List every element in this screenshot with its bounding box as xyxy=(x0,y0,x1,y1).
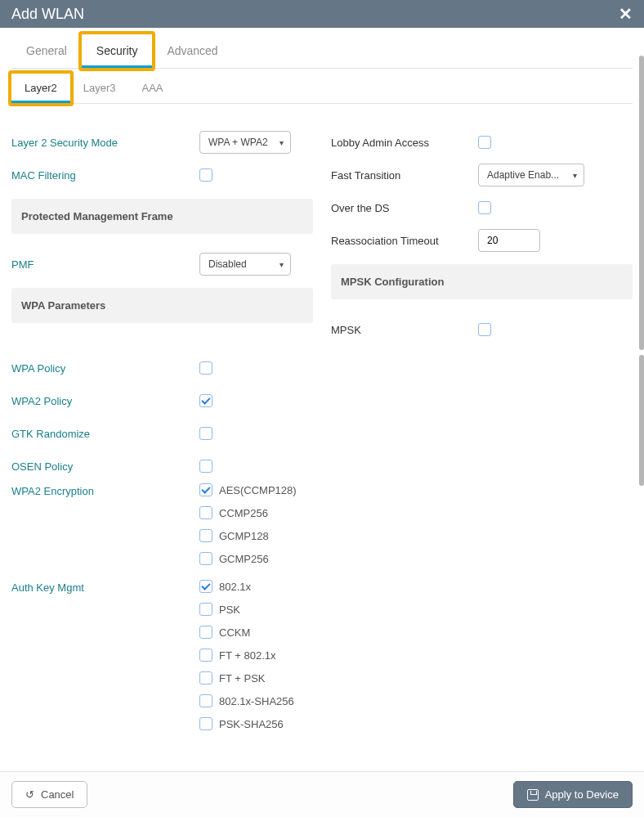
enc-option-label: AES(CCMP128) xyxy=(219,484,297,496)
pmf-section-header: Protected Management Frame xyxy=(11,199,313,234)
enc-option-label: CCMP256 xyxy=(219,507,268,519)
auth-option-label: PSK-SHA256 xyxy=(219,718,284,730)
scrollbar-thumb[interactable] xyxy=(639,355,644,486)
auth-psk-sha256-checkbox[interactable] xyxy=(199,717,212,730)
fast-transition-select[interactable]: Adaptive Enab... xyxy=(478,164,584,186)
main-tabs: General Security Advanced xyxy=(11,34,633,69)
mac-filtering-label: MAC Filtering xyxy=(11,169,199,182)
osen-policy-label: OSEN Policy xyxy=(11,460,199,473)
auth-key-mgmt-options: 802.1x PSK CCKM FT + 802.1x FT + PSK 802… xyxy=(199,580,294,740)
tab-advanced[interactable]: Advanced xyxy=(152,34,232,68)
auth-option-label: 802.1x xyxy=(219,581,251,593)
auth-option-label: FT + 802.1x xyxy=(219,649,276,662)
auth-8021x-checkbox[interactable] xyxy=(199,580,212,593)
tab-security[interactable]: Security xyxy=(82,34,153,68)
tab-general[interactable]: General xyxy=(11,34,82,68)
auth-key-mgmt-label: Auth Key Mgmt xyxy=(11,580,199,594)
enc-aes-ccmp128-checkbox[interactable] xyxy=(199,483,212,496)
wpa2-encryption-label: WPA2 Encryption xyxy=(11,483,199,497)
wpa2-encryption-options: AES(CCMP128) CCMP256 GCMP128 GCMP256 xyxy=(199,483,297,575)
auth-8021x-sha256-checkbox[interactable] xyxy=(199,694,212,707)
wpa-policy-checkbox[interactable] xyxy=(199,361,212,375)
footer: Cancel Apply to Device xyxy=(0,771,644,817)
window-title: Add WLAN xyxy=(11,6,84,23)
subtab-layer2[interactable]: Layer2 xyxy=(11,74,70,103)
close-icon[interactable]: ✕ xyxy=(619,4,633,24)
enc-ccmp256-checkbox[interactable] xyxy=(199,506,212,519)
titlebar: Add WLAN ✕ xyxy=(0,0,644,28)
gtk-randomize-checkbox[interactable] xyxy=(199,427,212,440)
pmf-select[interactable]: Disabled xyxy=(199,253,291,276)
apply-button-label: Apply to Device xyxy=(545,788,619,801)
save-icon xyxy=(527,789,539,801)
enc-gcmp256-checkbox[interactable] xyxy=(199,552,212,565)
enc-option-label: GCMP256 xyxy=(219,553,269,565)
cancel-button[interactable]: Cancel xyxy=(11,781,87,808)
undo-icon xyxy=(25,788,34,801)
wpa2-policy-label: WPA2 Policy xyxy=(11,395,199,407)
reassoc-timeout-label: Reassociation Timeout xyxy=(331,235,478,247)
mpsk-section-header: MPSK Configuration xyxy=(331,264,633,299)
auth-ft-psk-checkbox[interactable] xyxy=(199,671,212,685)
lobby-admin-label: Lobby Admin Access xyxy=(331,137,478,149)
gtk-randomize-label: GTK Randomize xyxy=(11,428,199,440)
auth-psk-checkbox[interactable] xyxy=(199,603,212,616)
apply-button[interactable]: Apply to Device xyxy=(513,781,633,808)
auth-option-label: PSK xyxy=(219,604,240,616)
auth-ft-8021x-checkbox[interactable] xyxy=(199,649,212,662)
l2-security-mode-select[interactable]: WPA + WPA2 xyxy=(199,131,291,154)
auth-cckm-checkbox[interactable] xyxy=(199,626,212,639)
l2-security-mode-label: Layer 2 Security Mode xyxy=(11,137,199,149)
fast-transition-label: Fast Transition xyxy=(331,169,478,182)
osen-policy-checkbox[interactable] xyxy=(199,460,212,473)
wpa2-policy-checkbox[interactable] xyxy=(199,394,212,407)
enc-option-label: GCMP128 xyxy=(219,530,269,542)
cancel-button-label: Cancel xyxy=(41,788,74,801)
lobby-admin-checkbox[interactable] xyxy=(478,136,491,149)
sub-tabs: Layer2 Layer3 AAA xyxy=(11,74,633,104)
subtab-aaa[interactable]: AAA xyxy=(129,74,177,103)
over-the-ds-checkbox[interactable] xyxy=(478,201,491,214)
mac-filtering-checkbox[interactable] xyxy=(199,168,212,182)
wpa-policy-label: WPA Policy xyxy=(11,362,199,375)
auth-option-label: 802.1x-SHA256 xyxy=(219,695,294,707)
scrollbar-thumb[interactable] xyxy=(639,56,644,350)
wpa-params-section-header: WPA Parameters xyxy=(11,288,313,323)
auth-option-label: FT + PSK xyxy=(219,672,265,685)
mpsk-label: MPSK xyxy=(331,324,478,336)
enc-gcmp128-checkbox[interactable] xyxy=(199,529,212,542)
over-the-ds-label: Over the DS xyxy=(331,202,478,214)
mpsk-checkbox[interactable] xyxy=(478,323,491,336)
auth-option-label: CCKM xyxy=(219,626,250,639)
pmf-label: PMF xyxy=(11,258,199,271)
subtab-layer3[interactable]: Layer3 xyxy=(70,74,129,103)
reassoc-timeout-input[interactable] xyxy=(478,229,540,252)
